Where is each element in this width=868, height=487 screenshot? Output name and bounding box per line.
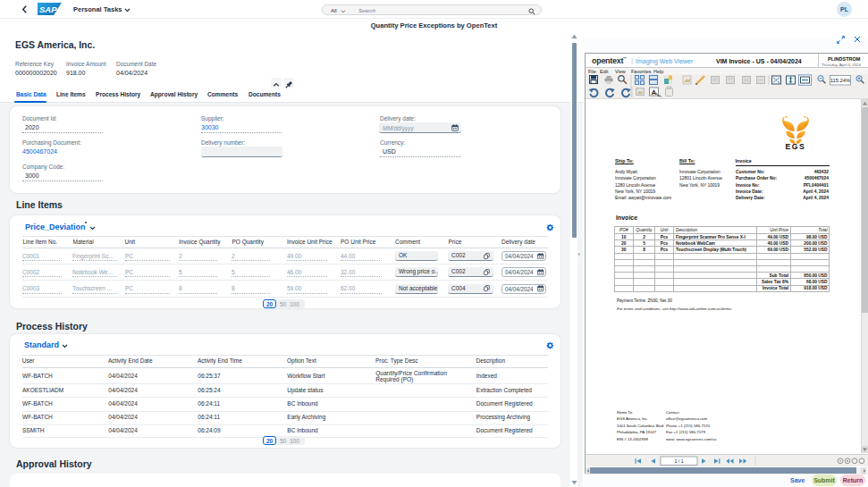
svg-text:A: A xyxy=(652,88,657,97)
svg-text:1 / 1: 1 / 1 xyxy=(674,458,683,464)
svg-text:115.24%: 115.24% xyxy=(830,78,850,83)
svg-text:EGS: EGS xyxy=(786,141,806,149)
svg-text:SAP: SAP xyxy=(39,4,57,14)
